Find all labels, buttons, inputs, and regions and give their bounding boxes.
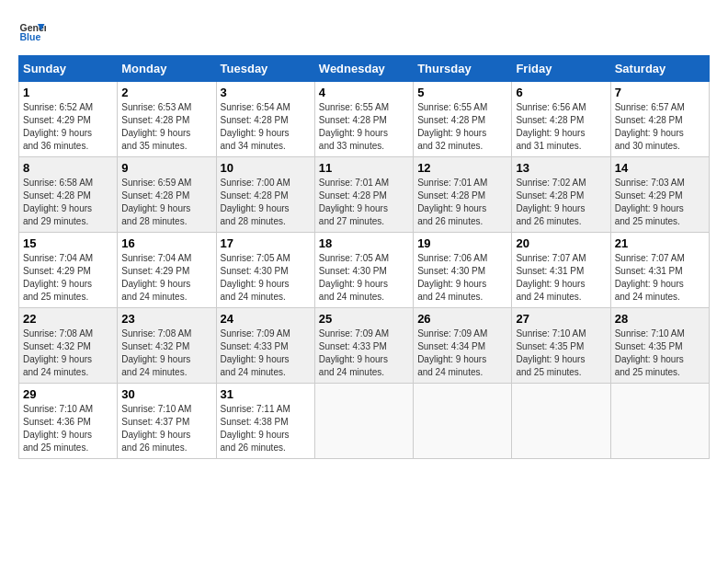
day-info: Sunrise: 7:10 AM Sunset: 4:36 PM Dayligh… bbox=[23, 403, 113, 454]
calendar-cell: 5Sunrise: 6:55 AM Sunset: 4:28 PM Daylig… bbox=[414, 82, 512, 157]
header-cell-saturday: Saturday bbox=[610, 56, 709, 82]
calendar-cell: 20Sunrise: 7:07 AM Sunset: 4:31 PM Dayli… bbox=[512, 233, 610, 308]
day-number: 16 bbox=[121, 236, 211, 250]
calendar-cell: 13Sunrise: 7:02 AM Sunset: 4:28 PM Dayli… bbox=[512, 157, 610, 233]
calendar-cell: 16Sunrise: 7:04 AM Sunset: 4:29 PM Dayli… bbox=[118, 233, 216, 308]
day-number: 26 bbox=[417, 312, 507, 326]
header-cell-thursday: Thursday bbox=[414, 56, 512, 82]
calendar-cell: 7Sunrise: 6:57 AM Sunset: 4:28 PM Daylig… bbox=[610, 82, 709, 157]
day-number: 3 bbox=[221, 86, 311, 99]
calendar-cell: 6Sunrise: 6:56 AM Sunset: 4:28 PM Daylig… bbox=[512, 82, 610, 157]
day-number: 17 bbox=[221, 236, 311, 250]
day-info: Sunrise: 7:00 AM Sunset: 4:28 PM Dayligh… bbox=[221, 177, 311, 228]
calendar-week-row: 1Sunrise: 6:52 AM Sunset: 4:29 PM Daylig… bbox=[19, 82, 710, 157]
calendar-cell: 27Sunrise: 7:10 AM Sunset: 4:35 PM Dayli… bbox=[512, 308, 610, 384]
day-number: 27 bbox=[516, 312, 606, 326]
calendar-cell: 30Sunrise: 7:10 AM Sunset: 4:37 PM Dayli… bbox=[118, 384, 216, 459]
header-cell-wednesday: Wednesday bbox=[314, 56, 413, 82]
day-info: Sunrise: 6:59 AM Sunset: 4:28 PM Dayligh… bbox=[121, 177, 211, 228]
calendar-cell bbox=[414, 384, 512, 459]
day-info: Sunrise: 7:10 AM Sunset: 4:37 PM Dayligh… bbox=[121, 403, 211, 454]
day-info: Sunrise: 7:07 AM Sunset: 4:31 PM Dayligh… bbox=[516, 252, 606, 304]
day-info: Sunrise: 6:54 AM Sunset: 4:28 PM Dayligh… bbox=[221, 101, 311, 153]
day-info: Sunrise: 6:57 AM Sunset: 4:28 PM Dayligh… bbox=[615, 101, 705, 153]
logo: General Blue bbox=[18, 18, 50, 46]
day-info: Sunrise: 7:11 AM Sunset: 4:38 PM Dayligh… bbox=[221, 403, 311, 454]
day-number: 7 bbox=[615, 86, 705, 99]
day-number: 24 bbox=[221, 312, 311, 326]
day-number: 6 bbox=[516, 86, 606, 99]
day-number: 1 bbox=[23, 86, 113, 99]
page-header: General Blue bbox=[18, 18, 710, 46]
day-number: 8 bbox=[23, 161, 113, 175]
calendar-cell: 12Sunrise: 7:01 AM Sunset: 4:28 PM Dayli… bbox=[414, 157, 512, 233]
day-info: Sunrise: 7:06 AM Sunset: 4:30 PM Dayligh… bbox=[417, 252, 507, 304]
day-info: Sunrise: 7:09 AM Sunset: 4:33 PM Dayligh… bbox=[221, 327, 311, 379]
day-number: 21 bbox=[615, 236, 705, 250]
calendar-cell: 15Sunrise: 7:04 AM Sunset: 4:29 PM Dayli… bbox=[19, 233, 118, 308]
calendar-cell: 3Sunrise: 6:54 AM Sunset: 4:28 PM Daylig… bbox=[216, 82, 314, 157]
day-number: 9 bbox=[121, 161, 211, 175]
day-number: 14 bbox=[615, 161, 705, 175]
day-number: 11 bbox=[319, 161, 409, 175]
calendar-cell: 8Sunrise: 6:58 AM Sunset: 4:28 PM Daylig… bbox=[19, 157, 118, 233]
calendar-cell: 14Sunrise: 7:03 AM Sunset: 4:29 PM Dayli… bbox=[610, 157, 709, 233]
day-number: 25 bbox=[319, 312, 409, 326]
day-info: Sunrise: 7:03 AM Sunset: 4:29 PM Dayligh… bbox=[615, 177, 705, 228]
calendar-cell: 26Sunrise: 7:09 AM Sunset: 4:34 PM Dayli… bbox=[414, 308, 512, 384]
calendar-cell: 23Sunrise: 7:08 AM Sunset: 4:32 PM Dayli… bbox=[118, 308, 216, 384]
day-number: 13 bbox=[516, 161, 606, 175]
day-number: 2 bbox=[121, 86, 211, 99]
day-info: Sunrise: 7:08 AM Sunset: 4:32 PM Dayligh… bbox=[23, 327, 113, 379]
day-number: 4 bbox=[319, 86, 409, 99]
header-cell-tuesday: Tuesday bbox=[216, 56, 314, 82]
day-info: Sunrise: 7:10 AM Sunset: 4:35 PM Dayligh… bbox=[615, 327, 705, 379]
calendar-cell: 31Sunrise: 7:11 AM Sunset: 4:38 PM Dayli… bbox=[216, 384, 314, 459]
day-info: Sunrise: 7:09 AM Sunset: 4:34 PM Dayligh… bbox=[417, 327, 507, 379]
day-number: 18 bbox=[319, 236, 409, 250]
calendar-cell bbox=[314, 384, 413, 459]
day-number: 28 bbox=[615, 312, 705, 326]
day-info: Sunrise: 6:52 AM Sunset: 4:29 PM Dayligh… bbox=[23, 101, 113, 153]
svg-text:Blue: Blue bbox=[20, 31, 41, 42]
day-info: Sunrise: 6:53 AM Sunset: 4:28 PM Dayligh… bbox=[121, 101, 211, 153]
header-cell-friday: Friday bbox=[512, 56, 610, 82]
calendar-table: SundayMondayTuesdayWednesdayThursdayFrid… bbox=[18, 55, 710, 459]
calendar-cell: 21Sunrise: 7:07 AM Sunset: 4:31 PM Dayli… bbox=[610, 233, 709, 308]
day-info: Sunrise: 7:08 AM Sunset: 4:32 PM Dayligh… bbox=[121, 327, 211, 379]
calendar-cell: 28Sunrise: 7:10 AM Sunset: 4:35 PM Dayli… bbox=[610, 308, 709, 384]
calendar-cell: 2Sunrise: 6:53 AM Sunset: 4:28 PM Daylig… bbox=[118, 82, 216, 157]
calendar-cell: 9Sunrise: 6:59 AM Sunset: 4:28 PM Daylig… bbox=[118, 157, 216, 233]
day-info: Sunrise: 7:05 AM Sunset: 4:30 PM Dayligh… bbox=[221, 252, 311, 304]
calendar-cell bbox=[512, 384, 610, 459]
calendar-cell: 24Sunrise: 7:09 AM Sunset: 4:33 PM Dayli… bbox=[216, 308, 314, 384]
calendar-cell: 22Sunrise: 7:08 AM Sunset: 4:32 PM Dayli… bbox=[19, 308, 118, 384]
calendar-cell: 4Sunrise: 6:55 AM Sunset: 4:28 PM Daylig… bbox=[314, 82, 413, 157]
day-number: 31 bbox=[221, 387, 311, 401]
calendar-cell: 29Sunrise: 7:10 AM Sunset: 4:36 PM Dayli… bbox=[19, 384, 118, 459]
day-number: 22 bbox=[23, 312, 113, 326]
day-number: 10 bbox=[221, 161, 311, 175]
day-info: Sunrise: 6:56 AM Sunset: 4:28 PM Dayligh… bbox=[516, 101, 606, 153]
day-info: Sunrise: 7:05 AM Sunset: 4:30 PM Dayligh… bbox=[319, 252, 409, 304]
calendar-cell: 10Sunrise: 7:00 AM Sunset: 4:28 PM Dayli… bbox=[216, 157, 314, 233]
calendar-cell: 19Sunrise: 7:06 AM Sunset: 4:30 PM Dayli… bbox=[414, 233, 512, 308]
calendar-cell: 17Sunrise: 7:05 AM Sunset: 4:30 PM Dayli… bbox=[216, 233, 314, 308]
calendar-header-row: SundayMondayTuesdayWednesdayThursdayFrid… bbox=[19, 56, 710, 82]
day-number: 5 bbox=[417, 86, 507, 99]
header-cell-monday: Monday bbox=[118, 56, 216, 82]
day-info: Sunrise: 6:55 AM Sunset: 4:28 PM Dayligh… bbox=[417, 101, 507, 153]
day-number: 30 bbox=[121, 387, 211, 401]
day-info: Sunrise: 7:04 AM Sunset: 4:29 PM Dayligh… bbox=[23, 252, 113, 304]
day-info: Sunrise: 7:02 AM Sunset: 4:28 PM Dayligh… bbox=[516, 177, 606, 228]
day-info: Sunrise: 7:07 AM Sunset: 4:31 PM Dayligh… bbox=[615, 252, 705, 304]
day-number: 29 bbox=[23, 387, 113, 401]
day-info: Sunrise: 6:55 AM Sunset: 4:28 PM Dayligh… bbox=[319, 101, 409, 153]
calendar-week-row: 29Sunrise: 7:10 AM Sunset: 4:36 PM Dayli… bbox=[19, 384, 710, 459]
calendar-cell: 25Sunrise: 7:09 AM Sunset: 4:33 PM Dayli… bbox=[314, 308, 413, 384]
calendar-cell: 1Sunrise: 6:52 AM Sunset: 4:29 PM Daylig… bbox=[19, 82, 118, 157]
day-info: Sunrise: 7:01 AM Sunset: 4:28 PM Dayligh… bbox=[417, 177, 507, 228]
calendar-week-row: 8Sunrise: 6:58 AM Sunset: 4:28 PM Daylig… bbox=[19, 157, 710, 233]
calendar-cell: 11Sunrise: 7:01 AM Sunset: 4:28 PM Dayli… bbox=[314, 157, 413, 233]
day-info: Sunrise: 7:09 AM Sunset: 4:33 PM Dayligh… bbox=[319, 327, 409, 379]
